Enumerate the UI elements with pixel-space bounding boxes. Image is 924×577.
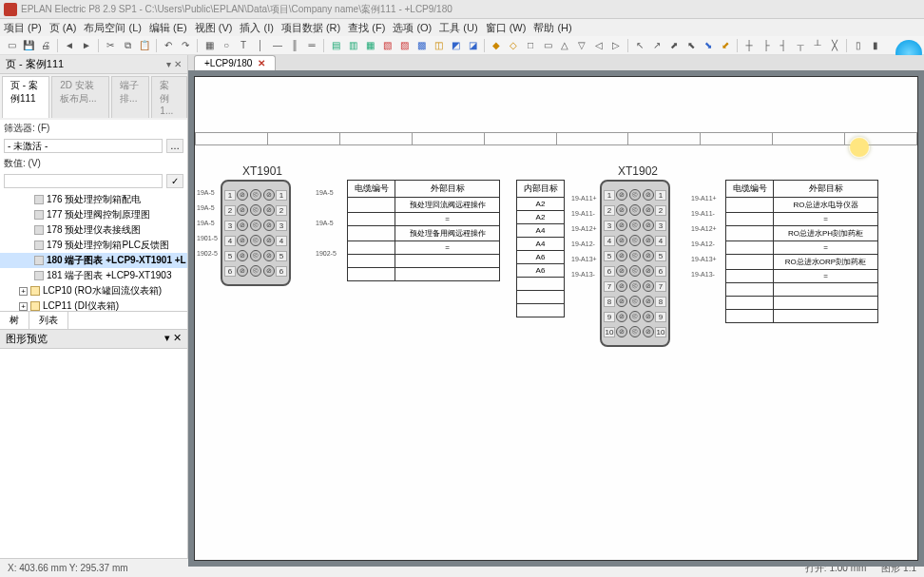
tool-b1-icon[interactable]: ◆: [489, 38, 504, 53]
wire-label: 19-A11+: [689, 195, 719, 202]
tool-a9-icon[interactable]: ◪: [465, 38, 480, 53]
tree-page-181[interactable]: 181 端子图表 +LCP9-XT1903: [0, 268, 187, 283]
table-xt1902-left: 内部目标 A2 A2 A4 A4 A6 A6: [516, 180, 565, 317]
tool-c1-icon[interactable]: ↖: [632, 38, 647, 53]
tool-cut-icon[interactable]: ✂: [103, 38, 118, 53]
tool-d1-icon[interactable]: ┼: [741, 38, 757, 53]
tree-folder-lcp11[interactable]: +LCP11 (DI仪表箱): [0, 298, 187, 311]
tree-page-180[interactable]: 180 端子图表 +LCP9-XT1901 +L: [0, 253, 187, 268]
menu-edit[interactable]: 编辑 (E): [149, 21, 187, 35]
tool-c2-icon[interactable]: ↗: [649, 38, 664, 53]
tool-grid-icon[interactable]: ▦: [202, 38, 217, 53]
tool-e1-icon[interactable]: ▯: [851, 38, 866, 53]
tool-b2-icon[interactable]: ◇: [506, 38, 521, 53]
app-icon: [4, 3, 17, 16]
tool-e2-icon[interactable]: ▮: [868, 38, 883, 53]
menu-project[interactable]: 项目 (P): [4, 21, 42, 35]
preview-pin-icon[interactable]: ▾ ✕: [164, 332, 182, 346]
menu-view[interactable]: 视图 (V): [195, 21, 233, 35]
tool-paste-icon[interactable]: 📋: [137, 38, 152, 53]
menu-insert[interactable]: 插入 (I): [240, 21, 273, 35]
tool-a1-icon[interactable]: ▤: [328, 38, 343, 53]
tree-page-177[interactable]: 177 预处理阀控制原理图: [0, 207, 187, 222]
menu-window[interactable]: 窗口 (W): [486, 21, 527, 35]
tool-circle-icon[interactable]: ○: [219, 38, 234, 53]
editor-tab-label: +LCP9/180: [204, 58, 252, 68]
tool-eq-icon[interactable]: ═: [304, 38, 319, 53]
subtab-terminal[interactable]: 端子排...: [111, 76, 149, 118]
tool-d3-icon[interactable]: ┤: [776, 38, 791, 53]
drawing-viewport[interactable]: XT1901 1⊘⧀⊘1 2⊘⧀⊘2 3⊘⧀⊘3 4⊘⧀⊘4 5⊘⧀⊘5 6⊘⧀…: [188, 70, 924, 567]
value-label: 数值: (V): [0, 155, 187, 172]
tool-c4-icon[interactable]: ⬉: [683, 38, 699, 53]
filter-combo[interactable]: [4, 139, 163, 153]
tool-b4-icon[interactable]: ▭: [540, 38, 555, 53]
tool-fwd-icon[interactable]: ►: [79, 38, 94, 53]
tool-d2-icon[interactable]: ├: [759, 38, 774, 53]
tab-tree[interactable]: 树: [0, 312, 29, 329]
tree-page-178[interactable]: 178 预处理仪表接线图: [0, 222, 187, 238]
tree-page-179[interactable]: 179 预处理控制箱PLC反馈图: [0, 238, 187, 253]
tool-print-icon[interactable]: 🖨: [38, 38, 53, 53]
wire-label: 19-A12+: [569, 225, 599, 232]
tool-c5-icon[interactable]: ⬊: [701, 38, 716, 53]
tool-a8-icon[interactable]: ◩: [448, 38, 463, 53]
tool-d4-icon[interactable]: ┬: [793, 38, 808, 53]
preview-title: 图形预览: [6, 332, 48, 346]
navigator-title: 页 - 案例111: [6, 57, 64, 71]
tool-a4-icon[interactable]: ▧: [379, 38, 395, 53]
subtab-pages[interactable]: 页 - 案例111: [2, 76, 49, 118]
tool-a3-icon[interactable]: ▦: [362, 38, 377, 53]
tool-b3-icon[interactable]: □: [523, 38, 538, 53]
tool-a7-icon[interactable]: ◫: [431, 38, 446, 53]
preview-area: [0, 349, 187, 558]
wire-label: 19-A13-: [689, 271, 717, 278]
tree-page-176[interactable]: 176 预处理控制箱配电: [0, 192, 187, 207]
tool-hline-icon[interactable]: —: [270, 38, 285, 53]
tool-d5-icon[interactable]: ┴: [810, 38, 825, 53]
menu-tools[interactable]: 工具 (U): [439, 21, 477, 35]
tool-back-icon[interactable]: ◄: [62, 38, 77, 53]
tool-c6-icon[interactable]: ⬋: [718, 38, 733, 53]
tool-b7-icon[interactable]: ◁: [591, 38, 606, 53]
menu-bar[interactable]: 项目 (P) 页 (A) 布局空间 (L) 编辑 (E) 视图 (V) 插入 (…: [0, 19, 924, 36]
tool-copy-icon[interactable]: ⧉: [120, 38, 135, 53]
connector-xt1901[interactable]: 1⊘⧀⊘1 2⊘⧀⊘2 3⊘⧀⊘3 4⊘⧀⊘4 5⊘⧀⊘5 6⊘⧀⊘6: [221, 180, 291, 286]
tool-text-icon[interactable]: T: [236, 38, 251, 53]
tool-save-icon[interactable]: 💾: [21, 38, 36, 53]
tool-c3-icon[interactable]: ⬈: [666, 38, 682, 53]
menu-options[interactable]: 选项 (O): [393, 21, 432, 35]
value-apply-button[interactable]: ✓: [166, 174, 183, 188]
editor-tab-lcp9-180[interactable]: +LCP9/180 ✕: [194, 55, 276, 70]
menu-layoutspace[interactable]: 布局空间 (L): [84, 21, 142, 35]
tool-a2-icon[interactable]: ▥: [345, 38, 360, 53]
tool-a5-icon[interactable]: ▨: [396, 38, 412, 53]
tool-para-icon[interactable]: ║: [287, 38, 302, 53]
wire-label: 19-A11-: [689, 210, 717, 217]
page-tree[interactable]: 176 预处理控制箱配电 177 预处理阀控制原理图 178 预处理仪表接线图 …: [0, 190, 187, 311]
drawing-paper[interactable]: XT1901 1⊘⧀⊘1 2⊘⧀⊘2 3⊘⧀⊘3 4⊘⧀⊘4 5⊘⧀⊘5 6⊘⧀…: [194, 76, 918, 561]
tool-undo-icon[interactable]: ↶: [161, 38, 176, 53]
menu-find[interactable]: 查找 (F): [348, 21, 385, 35]
tool-b8-icon[interactable]: ▷: [608, 38, 624, 53]
menu-page[interactable]: 页 (A): [49, 21, 77, 35]
tool-open-icon[interactable]: ▭: [4, 38, 19, 53]
tree-folder-lcp10[interactable]: +LCP10 (RO水罐回流仪表箱): [0, 283, 187, 298]
filter-more-button[interactable]: …: [166, 139, 183, 153]
wire-label: 19A-5: [314, 220, 336, 226]
connector-xt1902[interactable]: 1⊘⧀⊘1 2⊘⧀⊘2 3⊘⧀⊘3 4⊘⧀⊘4 5⊘⧀⊘5 6⊘⧀⊘6 7⊘⧀⊘…: [600, 180, 670, 347]
tool-d6-icon[interactable]: ╳: [827, 38, 842, 53]
tool-b5-icon[interactable]: △: [557, 38, 572, 53]
tool-line-icon[interactable]: │: [253, 38, 268, 53]
menu-help[interactable]: 帮助 (H): [533, 21, 571, 35]
subtab-case[interactable]: 案例1...: [151, 76, 187, 118]
tab-list[interactable]: 列表: [29, 312, 68, 329]
value-input[interactable]: [4, 174, 163, 188]
menu-projectdata[interactable]: 项目数据 (R): [281, 21, 340, 35]
subtab-2d[interactable]: 2D 安装板布局...: [51, 76, 109, 118]
tool-b6-icon[interactable]: ▽: [574, 38, 589, 53]
tool-a6-icon[interactable]: ▩: [414, 38, 429, 53]
navigator-pin-icon[interactable]: ▾ ✕: [166, 59, 182, 69]
tool-redo-icon[interactable]: ↷: [178, 38, 193, 53]
editor-tab-close-icon[interactable]: ✕: [258, 58, 265, 68]
